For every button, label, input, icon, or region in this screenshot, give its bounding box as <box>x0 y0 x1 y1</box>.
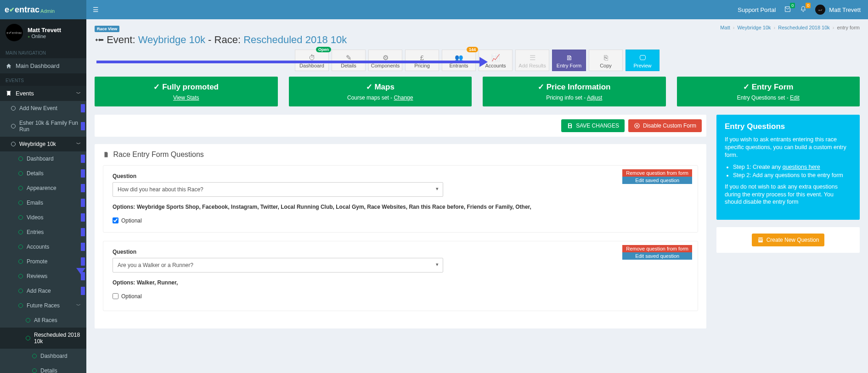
avatar: e✔ <box>815 5 825 15</box>
change-maps-link[interactable]: Change <box>394 95 413 101</box>
sidebar-item-events[interactable]: Events ﹀ <box>0 86 86 101</box>
optional-checkbox-label[interactable]: Optional <box>113 293 688 300</box>
tab-preview[interactable]: 🖵Preview <box>626 50 659 71</box>
users-icon: 👥 <box>444 54 473 61</box>
brand-logo[interactable]: e✔entracAdmin <box>0 0 86 19</box>
question-options: Options: Weybridge Sports Shop, Facebook… <box>113 203 688 211</box>
question-block: Remove question from form Edit saved que… <box>103 165 698 233</box>
pointer-arrow-icon <box>76 268 85 274</box>
breadcrumb-item[interactable]: Matt <box>720 25 730 30</box>
sidebar-item-entries[interactable]: Entries <box>0 225 86 239</box>
monitor-icon: 🖵 <box>628 54 657 61</box>
mail-badge: 0 <box>790 3 795 8</box>
sidebar-item-details[interactable]: Details <box>0 166 86 181</box>
list-icon: ☰ <box>518 54 547 61</box>
disable-custom-form-button[interactable]: Disable Custom Form <box>628 119 702 132</box>
status-card-entry-form: Entry Form Entry Questions set - Edit <box>677 77 860 106</box>
mail-icon[interactable]: 0 <box>784 6 791 14</box>
tab-add-results[interactable]: ☰Add Results <box>515 50 549 71</box>
question-label: Question <box>113 249 688 255</box>
nav-header-events: Events <box>0 73 86 86</box>
form-questions-box: Race Entry Form Questions Remove questio… <box>95 144 706 328</box>
edit-entry-form-link[interactable]: Edit <box>790 95 800 101</box>
sidebar-item-future-races[interactable]: Future Races﹀ <box>0 298 86 313</box>
sidebar-item-add-race[interactable]: Add Race <box>0 284 86 298</box>
chevron-down-icon: ﹀ <box>76 141 81 147</box>
gears-icon: ⚙ <box>371 54 400 61</box>
sidebar-toggle[interactable]: ☰ <box>86 6 105 13</box>
sidebar-item-main-dashboard[interactable]: Main Dashboard <box>0 58 86 73</box>
race-link[interactable]: Rescheduled 2018 10k <box>243 34 347 45</box>
sidebar: e✔entrac Matt Trevett ●Online MAIN NAVIG… <box>0 19 86 342</box>
sidebar-item-videos[interactable]: Videos <box>0 210 86 225</box>
count-badge: 144 <box>467 47 478 52</box>
view-stats-link[interactable]: View Stats <box>173 95 199 101</box>
action-bar: SAVE CHANGES Disable Custom Form <box>95 115 706 137</box>
tab-copy[interactable]: ⎘Copy <box>589 50 623 71</box>
nav-header: MAIN NAVIGATION <box>0 46 86 58</box>
bell-icon[interactable]: 0 <box>800 6 807 14</box>
info-text: If you wish to ask entrants entering thi… <box>725 136 851 159</box>
edit-question-button[interactable]: Edit saved question <box>622 177 692 184</box>
question-options: Options: Walker, Runner, <box>113 279 688 287</box>
gauge-icon: ⏱ <box>297 54 327 61</box>
status-card-maps: Maps Course maps set - Change <box>289 77 472 106</box>
sidebar-item-appearence[interactable]: Appearence <box>0 181 86 195</box>
status-badge: Open <box>316 47 331 52</box>
info-card: Entry Questions If you wish to ask entra… <box>716 115 860 220</box>
user-menu[interactable]: e✔ Matt Trevett <box>815 5 861 15</box>
tab-entry-form[interactable]: 🗎Entry Form <box>552 50 586 71</box>
sidebar-item-esher[interactable]: Esher 10k & Family Fun Run <box>0 116 86 137</box>
support-portal-link[interactable]: Support Portal <box>738 6 776 13</box>
copy-icon: ⎘ <box>591 54 620 61</box>
status-card-promoted: Fully promoted View Stats <box>95 77 278 106</box>
create-new-question-button[interactable]: Create New Question <box>752 234 825 246</box>
main-content: Race View Event: Weybridge 10k - Race: R… <box>86 19 868 342</box>
questions-here-link[interactable]: questions here <box>783 164 820 170</box>
question-block: Remove question from form Edit saved que… <box>103 241 698 311</box>
bell-badge: 0 <box>806 3 811 8</box>
breadcrumb-item[interactable]: Weybridge 10k <box>737 25 771 30</box>
page-title: Event: Weybridge 10k - Race: Rescheduled… <box>95 34 347 46</box>
annotation-arrow <box>96 61 480 63</box>
remove-question-button[interactable]: Remove question from form <box>622 245 692 252</box>
remove-question-button[interactable]: Remove question from form <box>622 169 692 177</box>
breadcrumb-item[interactable]: Rescheduled 2018 10k <box>778 25 830 30</box>
sidebar-item-add-new-event[interactable]: Add New Event <box>0 101 86 116</box>
event-link[interactable]: Weybridge 10k <box>138 34 205 45</box>
sidebar-item-rescheduled[interactable]: Rescheduled 2018 10k <box>0 328 86 342</box>
file-icon: 🗎 <box>554 54 584 61</box>
question-select[interactable]: How did you hear about this Race? <box>113 182 443 197</box>
sidebar-user-status: ●Online <box>28 33 61 39</box>
sidebar-user-name: Matt Trevett <box>28 27 61 33</box>
question-select[interactable]: Are you a Walker or a Runner? <box>113 258 443 273</box>
sidebar-item-reviews[interactable]: Reviews <box>0 269 86 284</box>
optional-checkbox-label[interactable]: Optional <box>113 217 688 224</box>
edit-question-button[interactable]: Edit saved question <box>622 252 692 260</box>
chevron-down-icon: ﹀ <box>76 302 81 309</box>
box-title: Race Entry Form Questions <box>103 150 698 159</box>
avatar: e✔entrac <box>6 24 23 41</box>
sidebar-user-panel: e✔entrac Matt Trevett ●Online <box>0 19 86 46</box>
create-question-box: Create New Question <box>716 227 860 253</box>
user-name: Matt Trevett <box>829 6 861 13</box>
breadcrumb-current: entry form <box>837 25 860 30</box>
adjust-price-link[interactable]: Adjust <box>587 95 602 101</box>
annotation-arrow-head <box>479 57 488 67</box>
optional-checkbox[interactable] <box>113 293 118 299</box>
sidebar-item-dashboard[interactable]: Dashboard <box>0 151 86 166</box>
chevron-down-icon: ﹀ <box>76 90 81 97</box>
sidebar-item-emails[interactable]: Emails <box>0 195 86 210</box>
info-title: Entry Questions <box>725 122 851 131</box>
sidebar-item-accounts[interactable]: Accounts <box>0 239 86 254</box>
optional-checkbox[interactable] <box>113 217 118 223</box>
pound-icon: £ <box>407 54 437 61</box>
race-view-badge: Race View <box>95 26 119 32</box>
sidebar-item-all-races[interactable]: All Races <box>0 313 86 328</box>
edit-icon: ✎ <box>334 54 363 61</box>
sidebar-item-weybridge[interactable]: Weybridge 10k﹀ <box>0 137 86 151</box>
breadcrumb: Matt› Weybridge 10k› Rescheduled 2018 10… <box>720 25 860 30</box>
sidebar-item-promote[interactable]: Promote <box>0 254 86 269</box>
save-changes-button[interactable]: SAVE CHANGES <box>561 119 625 132</box>
question-label: Question <box>113 173 688 179</box>
